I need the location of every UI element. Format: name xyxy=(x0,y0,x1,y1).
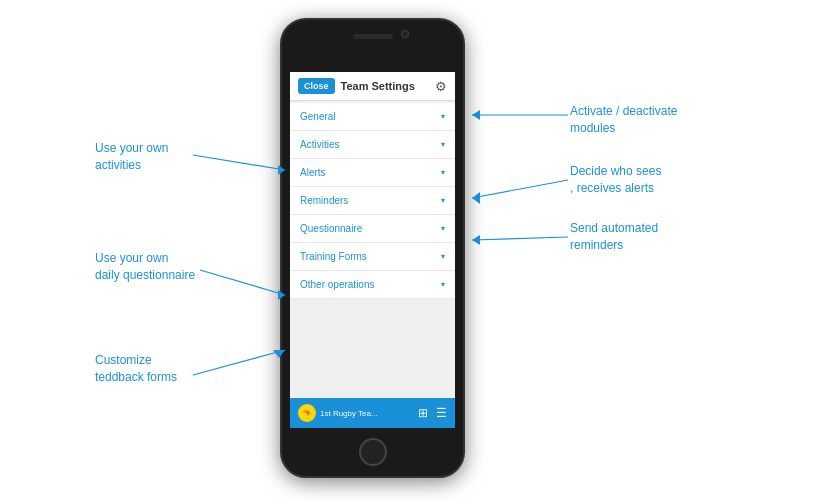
svg-marker-7 xyxy=(472,110,480,120)
menu-list: General ▾ Activities ▾ Alerts ▾ Reminder… xyxy=(290,103,455,299)
menu-item-activities[interactable]: Activities ▾ xyxy=(290,131,455,159)
menu-icon[interactable]: ☰ xyxy=(436,406,447,420)
annotation-activate-modules: Activate / deactivatemodules xyxy=(570,103,677,137)
home-button[interactable] xyxy=(359,438,387,466)
app-header: Close Team Settings ⚙ xyxy=(290,72,455,101)
menu-item-other-operations[interactable]: Other operations ▾ xyxy=(290,271,455,299)
team-name: 1st Rugby Tea... xyxy=(320,409,418,418)
menu-item-label: Reminders xyxy=(300,195,348,206)
menu-item-training-forms[interactable]: Training Forms ▾ xyxy=(290,243,455,271)
chevron-down-icon: ▾ xyxy=(441,140,445,149)
menu-item-general[interactable]: General ▾ xyxy=(290,103,455,131)
gear-icon[interactable]: ⚙ xyxy=(435,79,447,94)
chevron-down-icon: ▾ xyxy=(441,280,445,289)
menu-item-label: Questionnaire xyxy=(300,223,362,234)
svg-line-2 xyxy=(200,270,285,295)
phone-speaker xyxy=(353,34,393,39)
menu-item-label: Training Forms xyxy=(300,251,367,262)
menu-item-label: Activities xyxy=(300,139,339,150)
svg-marker-11 xyxy=(472,235,480,245)
menu-item-alerts[interactable]: Alerts ▾ xyxy=(290,159,455,187)
svg-line-10 xyxy=(472,237,568,240)
menu-item-reminders[interactable]: Reminders ▾ xyxy=(290,187,455,215)
team-logo: 🦘 xyxy=(298,404,316,422)
close-button[interactable]: Close xyxy=(298,78,335,94)
svg-line-0 xyxy=(193,155,285,170)
chevron-down-icon: ▾ xyxy=(441,112,445,121)
annotation-send-automated: Send automatedreminders xyxy=(570,220,658,254)
phone-device: Close Team Settings ⚙ General ▾ Activiti… xyxy=(280,18,465,478)
app-bottom-bar: 🦘 1st Rugby Tea... ⊞ ☰ xyxy=(290,398,455,428)
menu-item-label: General xyxy=(300,111,336,122)
phone-camera xyxy=(401,30,409,38)
svg-line-8 xyxy=(472,180,568,198)
annotation-decide-who-sees: Decide who sees, receives alerts xyxy=(570,163,661,197)
svg-line-4 xyxy=(193,350,285,375)
chevron-down-icon: ▾ xyxy=(441,196,445,205)
annotation-use-own-questionnaire: Use your owndaily questionnaire xyxy=(95,250,195,284)
bottom-nav-icons: ⊞ ☰ xyxy=(418,406,447,420)
chevron-down-icon: ▾ xyxy=(441,252,445,261)
annotation-use-own-activities: Use your ownactivities xyxy=(95,140,168,174)
grid-icon[interactable]: ⊞ xyxy=(418,406,428,420)
svg-marker-9 xyxy=(472,192,480,204)
chevron-down-icon: ▾ xyxy=(441,224,445,233)
annotation-customize-forms: Customizeteddback forms xyxy=(95,352,177,386)
phone-screen: Close Team Settings ⚙ General ▾ Activiti… xyxy=(290,72,455,428)
menu-item-label: Alerts xyxy=(300,167,326,178)
menu-item-label: Other operations xyxy=(300,279,375,290)
menu-item-questionnaire[interactable]: Questionnaire ▾ xyxy=(290,215,455,243)
chevron-down-icon: ▾ xyxy=(441,168,445,177)
screen-title: Team Settings xyxy=(341,80,435,92)
